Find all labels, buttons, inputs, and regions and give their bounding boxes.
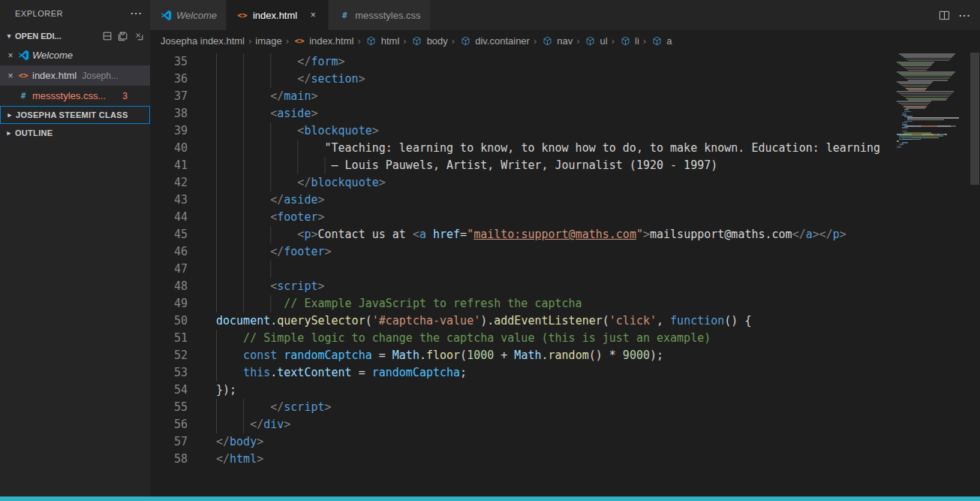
- code-line[interactable]: 44<footer>: [150, 209, 980, 226]
- tab-messstyles.css[interactable]: #messstyles.css: [329, 0, 430, 30]
- sidebar-sections: ▸JOSEPHA STEEMIT CLASS▸OUTLINE: [0, 106, 150, 142]
- code-line[interactable]: 51// Simple logic to change the captcha …: [150, 330, 980, 347]
- line-number: 47: [150, 261, 188, 278]
- code-line[interactable]: 53this.textContent = randomCaptcha;: [150, 364, 980, 382]
- code-line[interactable]: 47: [150, 261, 980, 278]
- open-editors-title: OPEN EDI...: [15, 32, 62, 41]
- breadcrumb-item[interactable]: <>index.html: [293, 35, 353, 47]
- line-number: 51: [150, 330, 188, 347]
- open-editors-header[interactable]: ▾ OPEN EDI...: [0, 26, 150, 45]
- section-josepha-steemit-class[interactable]: ▸JOSEPHA STEEMIT CLASS: [0, 106, 150, 124]
- tab-welcome[interactable]: Welcome: [150, 0, 227, 30]
- line-number: 48: [150, 278, 188, 295]
- scrollbar-thumb[interactable]: [970, 53, 979, 185]
- sidebar-header: EXPLORER ···: [0, 0, 150, 26]
- breadcrumb-label: body: [427, 35, 448, 47]
- line-number: 38: [150, 105, 188, 122]
- open-editor-label: messstyles.css...: [32, 90, 106, 101]
- tab-index.html[interactable]: <>index.html×: [227, 0, 329, 30]
- breadcrumb-label: ul: [600, 35, 608, 47]
- chevron-right-icon: ▸: [3, 129, 15, 137]
- html-file-icon: <>: [17, 71, 30, 80]
- breadcrumb-separator: ›: [576, 35, 579, 47]
- code-line[interactable]: 48<script>: [150, 278, 980, 295]
- line-number: 40: [150, 140, 188, 157]
- symbol-cube-icon: [458, 36, 472, 46]
- vscode-window: EXPLORER ··· ▾ OPEN EDI... ×Welcome× <>i…: [0, 0, 980, 496]
- breadcrumb-item[interactable]: nav: [540, 35, 573, 47]
- code-line[interactable]: 35</form>: [150, 53, 980, 71]
- code-line[interactable]: 57</body>: [150, 433, 980, 451]
- section-outline[interactable]: ▸OUTLINE: [0, 124, 150, 142]
- code-line[interactable]: 41— Louis Pauwels, Artist, Writer, Journ…: [150, 157, 980, 174]
- open-editor-item[interactable]: #messstyles.css...3: [0, 86, 150, 106]
- editor[interactable]: 35</form>36</section>37</main>38<aside>3…: [150, 51, 980, 496]
- breadcrumb-item[interactable]: li: [618, 35, 639, 47]
- open-editors-actions: [102, 31, 150, 41]
- line-number: 50: [150, 312, 188, 330]
- code-line[interactable]: 42</blockquote>: [150, 174, 980, 192]
- close-all-icon[interactable]: [134, 31, 144, 41]
- code-line[interactable]: 46</footer>: [150, 243, 980, 261]
- breadcrumb-separator: ›: [248, 35, 251, 47]
- code-line[interactable]: 56</div>: [150, 416, 980, 433]
- breadcrumb-item[interactable]: a: [650, 35, 672, 47]
- breadcrumb-separator: ›: [452, 35, 455, 47]
- breadcrumb-item[interactable]: div.container: [458, 35, 530, 47]
- editor-scrollbar[interactable]: [969, 51, 980, 496]
- line-number: 49: [150, 295, 188, 312]
- code-line[interactable]: 54});: [150, 382, 980, 399]
- code-line[interactable]: 55</script>: [150, 399, 980, 416]
- breadcrumb-label: index.html: [309, 35, 353, 47]
- open-editor-label: Welcome: [32, 50, 73, 61]
- css-file-icon: #: [338, 11, 351, 20]
- line-number: 43: [150, 192, 188, 209]
- close-editor-icon[interactable]: ×: [5, 71, 17, 81]
- code-line[interactable]: 45<p>Contact us at <a href="mailto:suppo…: [150, 226, 980, 243]
- open-editor-item[interactable]: × <>index.htmlJoseph...: [0, 65, 150, 86]
- code-line[interactable]: 40"Teaching: learning to know, to know h…: [150, 140, 980, 157]
- code-line[interactable]: 50document.querySelector('#captcha-value…: [150, 312, 980, 330]
- code-line[interactable]: 52const randomCaptcha = Math.floor(1000 …: [150, 347, 980, 364]
- close-editor-icon[interactable]: ×: [5, 50, 17, 61]
- html-file-icon: <>: [236, 11, 249, 20]
- line-number: 44: [150, 209, 188, 226]
- mailto-link[interactable]: mailto:support@maths.com: [473, 228, 636, 241]
- breadcrumb-label: html: [381, 35, 400, 47]
- code-line[interactable]: 36</section>: [150, 71, 980, 88]
- breadcrumb-label: a: [666, 35, 672, 47]
- code-line[interactable]: 37</main>: [150, 88, 980, 105]
- toggle-vertical-layout-icon[interactable]: [102, 31, 113, 41]
- breadcrumb-item[interactable]: ul: [584, 35, 608, 47]
- breadcrumb-item[interactable]: Josepha index.html: [161, 35, 245, 47]
- split-editor-button[interactable]: [939, 10, 950, 21]
- breadcrumb-item[interactable]: body: [410, 35, 448, 47]
- css-file-icon: #: [17, 91, 30, 101]
- code-line[interactable]: 58</html>: [150, 451, 980, 468]
- explorer-more-button[interactable]: ···: [131, 8, 143, 19]
- line-number: 45: [150, 226, 188, 243]
- breadcrumb-label: image: [255, 35, 281, 47]
- line-number: 42: [150, 174, 188, 192]
- line-number: 39: [150, 122, 188, 140]
- explorer-sidebar: EXPLORER ··· ▾ OPEN EDI... ×Welcome× <>i…: [0, 0, 150, 496]
- status-bar[interactable]: [0, 496, 980, 501]
- breadcrumb-label: li: [635, 35, 639, 47]
- editor-more-button[interactable]: ···: [959, 10, 971, 21]
- code-line[interactable]: 43</aside>: [150, 192, 980, 209]
- code-line[interactable]: 38<aside>: [150, 105, 980, 122]
- breadcrumb-item[interactable]: html: [365, 35, 400, 47]
- code-line[interactable]: 39<blockquote>: [150, 122, 980, 140]
- symbol-cube-icon: [618, 36, 632, 46]
- code-lines: 35</form>36</section>37</main>38<aside>3…: [150, 51, 980, 468]
- chevron-right-icon: ▸: [4, 111, 16, 119]
- close-tab-icon[interactable]: ×: [307, 10, 319, 20]
- breadcrumb-separator: ›: [357, 35, 360, 47]
- minimap[interactable]: [897, 51, 969, 496]
- breadcrumb-item[interactable]: image: [255, 35, 281, 47]
- code-line[interactable]: 49// Example JavaScript to refresh the c…: [150, 295, 980, 312]
- symbol-cube-icon: [410, 36, 424, 46]
- line-number: 53: [150, 364, 188, 382]
- save-all-icon[interactable]: [118, 31, 128, 41]
- open-editor-item[interactable]: ×Welcome: [0, 45, 150, 65]
